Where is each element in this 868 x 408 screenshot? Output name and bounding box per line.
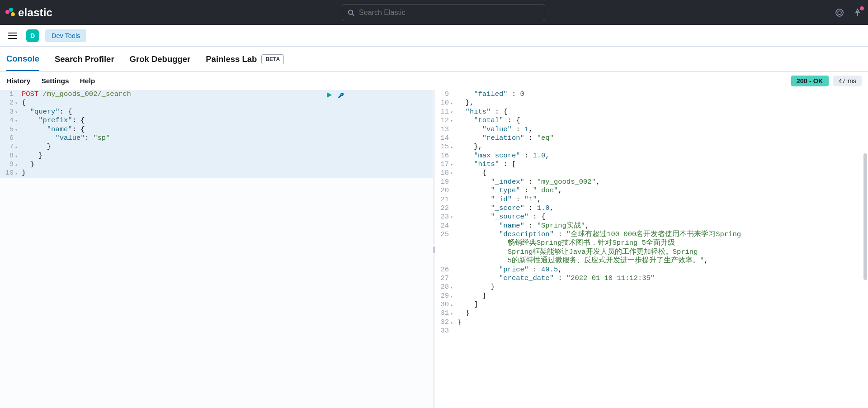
tab-painless-lab[interactable]: Painless LabBETA [206,48,284,71]
tool-link-settings[interactable]: Settings [41,77,69,85]
line-gutter: 19 [435,178,457,186]
code-line[interactable]: 22 "_score" : 1.0, [435,204,868,213]
code-line[interactable]: 畅销经典Spring技术图书，针对Spring 5全面升级 [435,239,868,247]
line-content: 畅销经典Spring技术图书，针对Spring 5全面升级 [457,239,868,247]
setup-guide-icon[interactable] [853,8,863,18]
line-content: "name" : "Spring实战", [457,222,868,230]
line-content: "query": { [22,108,433,116]
code-line[interactable]: 26 "price" : 49.5, [435,266,868,274]
logo-icon [5,8,15,18]
response-scrollbar[interactable] [863,90,867,408]
code-line[interactable]: 13 "value" : 1, [435,125,868,134]
line-gutter: 11▾ [435,108,457,116]
line-gutter: 9 [435,90,457,99]
code-line[interactable]: 15▴ }, [435,142,868,151]
code-line[interactable]: 3▾ "query": { [0,108,433,116]
request-editor[interactable]: 1 POST /my_goods_002/_search2▾{3▾ "query… [0,90,433,408]
code-line[interactable]: 27 "create_date" : "2022-01-10 11:12:35" [435,274,868,283]
nav-toggle-button[interactable] [5,28,20,43]
tab-search-profiler[interactable]: Search Profiler [55,48,114,71]
code-line[interactable]: 1 POST /my_goods_002/_search [0,90,433,99]
breadcrumb-app[interactable]: Dev Tools [45,29,86,42]
svg-point-3 [838,11,841,14]
code-line[interactable]: 23▾ "_source" : { [435,213,868,221]
code-line[interactable]: 14 "relation" : "eq" [435,134,868,142]
code-line[interactable]: 17▾ "hits" : [ [435,160,868,169]
tab-label: Painless Lab [206,54,257,64]
tool-link-help[interactable]: Help [80,77,95,85]
code-line[interactable]: 31▴ } [435,309,868,318]
line-gutter: 16 [435,152,457,160]
status-badge-latency: 47 ms [833,76,862,86]
global-search[interactable] [342,4,545,21]
line-gutter: 23▾ [435,213,457,221]
wrench-icon[interactable] [337,91,345,100]
code-line[interactable]: 5▾ "name": { [0,125,433,134]
line-gutter: 20 [435,186,457,195]
line-gutter: 27 [435,274,457,283]
line-content: { [457,169,868,177]
code-line[interactable]: 16 "max_score" : 1.0, [435,152,868,160]
code-line[interactable]: 25 "description" : "全球有超过100 000名开发者使用本书… [435,230,868,239]
elastic-logo[interactable]: elastic [5,6,52,19]
code-line[interactable]: 19 "_index" : "my_goods_002", [435,178,868,186]
send-request-icon[interactable] [326,91,333,99]
line-gutter [435,248,457,256]
line-gutter: 8▴ [0,152,22,160]
code-line[interactable]: 7▴ } [0,142,433,151]
code-line[interactable]: 2▾{ [0,99,433,107]
code-line[interactable]: 28▴ } [435,283,868,291]
code-line[interactable]: Spring框架能够让Java开发人员的工作更加轻松。Spring [435,248,868,256]
line-content: ] [457,300,868,309]
search-icon [348,9,354,16]
code-line[interactable]: 9▴ } [0,160,433,169]
tab-grok-debugger[interactable]: Grok Debugger [130,48,191,71]
line-content: "price" : 49.5, [457,266,868,274]
code-line[interactable]: 21 "_id" : "1", [435,195,868,204]
code-line[interactable]: 6 "value": "sp" [0,134,433,142]
line-content: "description" : "全球有超过100 000名开发者使用本书来学习… [457,230,868,239]
code-line[interactable]: 30▴ ] [435,300,868,309]
line-content: "total" : { [457,116,868,125]
line-gutter: 3▾ [0,108,22,116]
line-content: "create_date" : "2022-01-10 11:12:35" [457,274,868,283]
line-gutter: 33 [435,327,457,335]
code-line[interactable]: 9 "failed" : 0 [435,90,868,99]
code-line[interactable]: 33 [435,327,868,335]
space-selector[interactable]: D [26,29,39,42]
response-viewer[interactable]: 9 "failed" : 010▴ },11▾ "hits" : {12▾ "t… [435,90,868,408]
line-gutter: 32▴ [435,318,457,327]
line-content: "hits" : { [457,108,868,116]
code-line[interactable]: 32▴} [435,318,868,327]
svg-point-0 [349,10,353,14]
code-line[interactable]: 4▾ "prefix": { [0,116,433,125]
code-line[interactable]: 20 "_type" : "_doc", [435,186,868,195]
tab-label: Search Profiler [55,54,114,64]
console-toolbar: HistorySettingsHelp 200 - OK 47 ms [0,72,868,90]
code-line[interactable]: 10▴} [0,169,433,177]
tool-link-history[interactable]: History [6,77,30,85]
newsfeed-icon[interactable] [835,8,844,18]
code-line[interactable]: 12▾ "total" : { [435,116,868,125]
line-content: 5的新特性通过微服务、反应式开发进一步提升了生产效率。", [457,256,868,265]
line-content: POST /my_goods_002/_search [22,90,433,99]
code-line[interactable]: 10▴ }, [435,99,868,107]
line-gutter: 25 [435,230,457,239]
line-gutter: 13 [435,125,457,134]
code-line[interactable]: 18▾ { [435,169,868,177]
svg-marker-6 [327,92,332,98]
global-search-input[interactable] [359,9,539,17]
tab-console[interactable]: Console [6,47,39,71]
line-gutter: 10▴ [0,169,22,177]
code-line[interactable]: 24 "name" : "Spring实战", [435,222,868,230]
line-content: "_id" : "1", [457,195,868,204]
code-line[interactable]: 29▴ } [435,292,868,300]
code-line[interactable]: 5的新特性通过微服务、反应式开发进一步提升了生产效率。", [435,256,868,265]
line-content: } [457,283,868,291]
tab-label: Grok Debugger [130,54,191,64]
line-content: "_score" : 1.0, [457,204,868,213]
code-line[interactable]: 8▴ } [0,152,433,160]
line-content: } [457,318,868,327]
line-gutter: 18▾ [435,169,457,177]
code-line[interactable]: 11▾ "hits" : { [435,108,868,116]
